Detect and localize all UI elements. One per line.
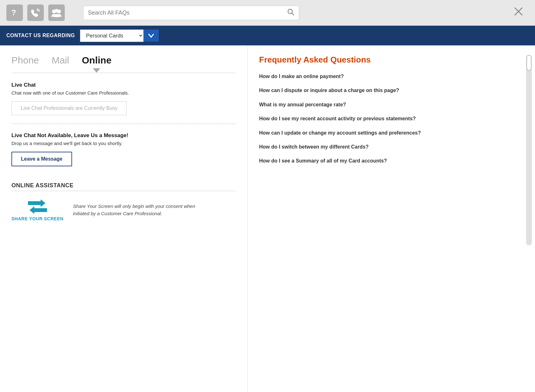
- dropdown-wrapper: Personal Cards Business Cards Corporate …: [80, 30, 159, 42]
- faq-item[interactable]: How do I see a Summary of all of my Card…: [259, 157, 524, 164]
- share-screen-icon: [26, 199, 49, 216]
- question-mark-icon: ?: [10, 8, 19, 17]
- faq-item[interactable]: How do I switch between my different Car…: [259, 143, 524, 150]
- faq-item[interactable]: How can I dispute or inquire about a cha…: [259, 87, 524, 94]
- faq-item[interactable]: What is my annual percentage rate?: [259, 101, 524, 108]
- community-icon-box[interactable]: [48, 4, 65, 21]
- leave-message-button[interactable]: Leave a Message: [11, 152, 72, 166]
- faq-question-text: How do I see a Summary of all of my Card…: [259, 158, 387, 163]
- contact-label: CONTACT US REGARDING: [6, 33, 75, 38]
- contact-topic-select[interactable]: Personal Cards Business Cards Corporate …: [80, 30, 144, 42]
- faq-item[interactable]: How do I see my recent account activity …: [259, 115, 524, 122]
- tab-online[interactable]: Online: [82, 55, 111, 68]
- search-button[interactable]: [287, 9, 294, 17]
- svg-line-5: [292, 13, 294, 15]
- tab-underline: [11, 73, 236, 73]
- right-panel: Frequently Asked Questions How do I make…: [248, 45, 535, 392]
- dropdown-arrow-button[interactable]: [144, 30, 159, 42]
- search-input[interactable]: [88, 10, 287, 16]
- faq-item[interactable]: How can I update or change my account se…: [259, 130, 524, 136]
- faq-question-text: How do I make an online payment?: [259, 74, 344, 79]
- svg-marker-8: [28, 199, 45, 207]
- faq-question-text: What is my annual percentage rate?: [259, 102, 346, 107]
- chevron-down-icon: [148, 33, 154, 38]
- leave-message-section: Live Chat Not Available, Leave Us a Mess…: [11, 132, 236, 166]
- svg-marker-9: [30, 206, 47, 214]
- phone-icon: [30, 8, 41, 17]
- faq-title: Frequently Asked Questions: [259, 55, 524, 65]
- close-icon: [513, 6, 524, 17]
- live-chat-desc: Chat now with one of our Customer Care P…: [11, 90, 236, 96]
- tabs-container: Phone Mail Online: [11, 55, 236, 68]
- scrollbar-thumb[interactable]: [526, 55, 532, 71]
- svg-point-4: [288, 9, 292, 14]
- community-icon: [51, 8, 62, 17]
- tab-phone[interactable]: Phone: [11, 55, 39, 68]
- main-content: Phone Mail Online Live Chat Chat now wit…: [0, 45, 535, 392]
- phone-icon-box[interactable]: [27, 4, 44, 21]
- faq-question-text: How can I update or change my account se…: [259, 130, 421, 136]
- left-panel: Phone Mail Online Live Chat Chat now wit…: [0, 45, 248, 392]
- top-bar: ?: [0, 0, 535, 26]
- svg-text:?: ?: [11, 8, 16, 17]
- tab-mail[interactable]: Mail: [52, 55, 69, 68]
- faq-list: How do I make an online payment?How can …: [259, 73, 524, 165]
- assistance-underline: [11, 191, 236, 191]
- live-chat-title: Live Chat: [11, 82, 236, 88]
- search-icon: [287, 9, 294, 16]
- faq-question-text: How do I see my recent account activity …: [259, 116, 416, 121]
- scrollbar-track[interactable]: [526, 55, 532, 245]
- online-assistance-title: ONLINE ASSISTANCE: [11, 182, 236, 189]
- close-button[interactable]: [508, 6, 529, 19]
- faq-question-text: How can I dispute or inquire about a cha…: [259, 88, 399, 93]
- share-screen-row: SHARE YOUR SCREEN Share Your Screen will…: [11, 199, 236, 221]
- search-wrapper: [83, 6, 299, 20]
- online-assistance-section: ONLINE ASSISTANCE SHARE YOUR SCREEN Shar…: [11, 182, 236, 221]
- faq-question-text: How do I switch between my different Car…: [259, 144, 369, 149]
- share-screen-desc: Share Your Screen will only begin with y…: [73, 203, 200, 217]
- share-screen-icon-area[interactable]: SHARE YOUR SCREEN: [11, 199, 64, 221]
- nav-bar: CONTACT US REGARDING Personal Cards Busi…: [0, 26, 535, 45]
- section-divider: [11, 123, 236, 124]
- help-icon-box[interactable]: ?: [6, 4, 23, 21]
- leave-message-title: Live Chat Not Available, Leave Us a Mess…: [11, 132, 236, 139]
- top-icons: ?: [6, 4, 65, 21]
- live-chat-section: Live Chat Chat now with one of our Custo…: [11, 82, 236, 115]
- leave-message-desc: Drop us a message and we'll get back to …: [11, 141, 236, 146]
- live-chat-busy-button[interactable]: Live Chat Professionals are Currently Bu…: [11, 101, 127, 115]
- faq-item[interactable]: How do I make an online payment?: [259, 73, 524, 80]
- share-screen-label: SHARE YOUR SCREEN: [11, 216, 64, 221]
- search-container: [83, 6, 299, 20]
- svg-point-3: [55, 9, 58, 13]
